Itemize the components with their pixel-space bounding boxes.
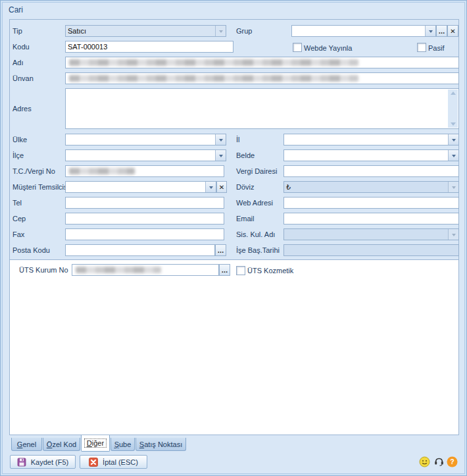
- adres-textarea[interactable]: [65, 88, 459, 129]
- uts-kozmetik-checkbox[interactable]: [236, 266, 245, 275]
- uts-kurum-no-label: ÜTS Kurum No: [19, 264, 68, 276]
- grup-combobox[interactable]: [291, 25, 436, 37]
- pasif-checkbox[interactable]: [417, 43, 426, 52]
- floppy-save-icon: [17, 458, 26, 467]
- cep-label: Cep: [12, 213, 26, 225]
- email-input[interactable]: [283, 213, 459, 225]
- il-combobox[interactable]: [283, 134, 459, 145]
- cari-window: Cari Tip Satıcı Grup … ✕ Kodu SAT-000013…: [0, 0, 467, 476]
- posta-kodu-input[interactable]: [65, 244, 215, 256]
- tel-input[interactable]: [65, 197, 224, 209]
- support-headset-icon[interactable]: [433, 456, 445, 467]
- doviz-value: ₺: [286, 183, 291, 192]
- tab-sube[interactable]: Şube: [111, 438, 135, 451]
- pasif-label: Pasif: [428, 42, 444, 54]
- uts-kurum-no-input[interactable]: [72, 264, 219, 276]
- fax-input[interactable]: [65, 228, 224, 240]
- ise-bas-tarihi-input: [283, 244, 459, 256]
- musteri-temsilcisi-dropdown-icon[interactable]: [205, 182, 216, 192]
- il-dropdown-icon[interactable]: [448, 134, 458, 145]
- tip-dropdown-icon[interactable]: [215, 26, 226, 36]
- tab-diger-label: Diğer: [84, 438, 107, 448]
- uts-kurum-no-browse-button[interactable]: …: [219, 264, 230, 276]
- window-title: Cari: [9, 5, 23, 14]
- musteri-temsilcisi-label: Müşteri Temsilcisi: [12, 181, 69, 193]
- tip-combobox[interactable]: Satıcı: [65, 25, 226, 37]
- smiley-icon[interactable]: [419, 456, 430, 467]
- cep-input[interactable]: [65, 213, 224, 225]
- help-icon[interactable]: ?: [447, 456, 458, 467]
- posta-kodu-label: Posta Kodu: [12, 244, 50, 256]
- unvan-label: Ünvan: [12, 72, 34, 84]
- unvan-input[interactable]: [65, 72, 459, 84]
- webde-yayinla-checkbox[interactable]: [293, 43, 302, 52]
- web-adresi-input[interactable]: [283, 197, 459, 209]
- ulke-label: Ülke: [12, 134, 27, 145]
- adi-label: Adı: [12, 57, 24, 68]
- adi-input[interactable]: [65, 57, 459, 68]
- doviz-combobox: ₺: [283, 181, 459, 193]
- musteri-temsilcisi-clear-button[interactable]: ✕: [216, 181, 227, 193]
- save-button-label: Kaydet (F5): [31, 458, 68, 466]
- doviz-label: Döviz: [236, 181, 255, 193]
- doviz-dropdown-icon: [448, 182, 458, 192]
- uts-kozmetik-label: ÜTS Kozmetik: [247, 265, 293, 277]
- tab-satis-noktasi[interactable]: Satış Noktası: [135, 438, 186, 451]
- vergi-dairesi-label: Vergi Dairesi: [236, 165, 277, 177]
- kodu-value: SAT-000013: [68, 43, 107, 51]
- kodu-label: Kodu: [12, 41, 30, 53]
- tab-sube-label: Şube: [114, 440, 132, 448]
- tel-label: Tel: [12, 197, 22, 209]
- grup-clear-button[interactable]: ✕: [447, 25, 458, 37]
- adi-redacted-value: [69, 59, 358, 66]
- ulke-dropdown-icon[interactable]: [215, 134, 226, 145]
- unvan-redacted-value: [69, 75, 358, 82]
- vergi-dairesi-input[interactable]: [283, 165, 459, 177]
- uts-kurum-no-redacted-value: [76, 267, 161, 273]
- grup-dropdown-icon[interactable]: [425, 26, 435, 36]
- tab-ozel-kod[interactable]: Özel Kod: [43, 438, 80, 451]
- ilce-dropdown-icon[interactable]: [215, 150, 226, 161]
- fax-label: Fax: [12, 228, 24, 240]
- il-label: İl: [236, 134, 240, 145]
- red-x-cancel-icon: [89, 458, 98, 467]
- scroll-up-icon[interactable]: [451, 92, 456, 95]
- ise-bas-tarihi-label: İşe Baş.Tarihi: [236, 244, 280, 256]
- adres-scrollbar[interactable]: [448, 90, 458, 128]
- save-button[interactable]: Kaydet (F5): [10, 455, 76, 469]
- belde-combobox[interactable]: [283, 149, 459, 161]
- email-label: Email: [236, 213, 255, 225]
- sis-kul-adi-dropdown-icon: [448, 229, 458, 240]
- tab-diger[interactable]: Diğer: [81, 435, 110, 452]
- web-adresi-label: Web Adresi: [236, 197, 273, 209]
- grup-label: Grup: [236, 25, 252, 37]
- tab-genel-label: Genel: [17, 440, 36, 448]
- tab-satis-noktasi-label: Satış Noktası: [139, 440, 182, 448]
- ulke-combobox[interactable]: [65, 134, 226, 145]
- adres-label: Adres: [12, 103, 32, 115]
- sis-kul-adi-label: Sis. Kul. Adı: [236, 228, 275, 240]
- tab-ozel-kod-label: Özel Kod: [47, 440, 76, 448]
- tc-vergi-no-label: T.C./Vergi No: [12, 165, 55, 177]
- belde-dropdown-icon[interactable]: [448, 150, 458, 161]
- tip-label: Tip: [12, 25, 22, 37]
- kodu-input[interactable]: SAT-000013: [65, 41, 234, 53]
- cancel-button[interactable]: İptal (ESC): [80, 455, 147, 469]
- ilce-combobox[interactable]: [65, 149, 226, 161]
- tab-genel[interactable]: Genel: [11, 438, 42, 451]
- ilce-label: İlçe: [12, 149, 24, 161]
- sis-kul-adi-combobox: [283, 228, 459, 240]
- tip-value: Satıcı: [68, 27, 86, 35]
- posta-kodu-browse-button[interactable]: …: [215, 244, 226, 256]
- tc-vergi-no-input[interactable]: [65, 165, 224, 177]
- grup-browse-button[interactable]: …: [436, 25, 447, 37]
- tc-vergi-no-redacted-value: [69, 168, 135, 174]
- belde-label: Belde: [236, 149, 255, 161]
- musteri-temsilcisi-combobox[interactable]: [65, 181, 216, 193]
- scroll-down-icon[interactable]: [451, 122, 456, 126]
- cancel-button-label: İptal (ESC): [103, 458, 138, 466]
- svg-text:?: ?: [450, 458, 454, 465]
- tab-page-diger: [9, 259, 459, 435]
- webde-yayinla-label: Webde Yayınla: [304, 42, 352, 54]
